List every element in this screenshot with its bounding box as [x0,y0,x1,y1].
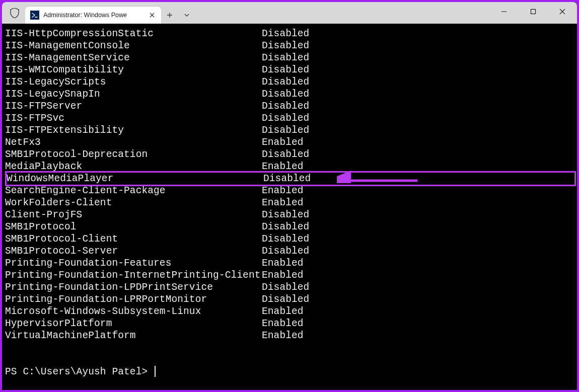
maximize-button[interactable] [519,2,548,21]
titlebar: Administrator: Windows Powe [2,2,577,24]
feature-row: VirtualMachinePlatformEnabled [5,330,576,342]
feature-row: SMB1Protocol-ClientDisabled [5,233,576,245]
feature-row: Printing-Foundation-LPRPortMonitorDisabl… [5,293,576,305]
terminal-output[interactable]: IIS-HttpCompressionStaticDisabledIIS-Man… [2,24,577,390]
feature-name: SMB1Protocol-Server [5,245,262,257]
feature-row: IIS-LegacyScriptsDisabled [5,76,576,88]
feature-row: SMB1ProtocolDisabled [5,221,576,233]
feature-row: IIS-LegacySnapInDisabled [5,88,576,100]
feature-name: VirtualMachinePlatform [5,330,262,342]
feature-row: Printing-Foundation-LPDPrintServiceDisab… [5,281,576,293]
feature-row: IIS-ManagementServiceDisabled [5,52,576,64]
feature-name: IIS-LegacyScripts [5,76,262,88]
feature-row: Printing-Foundation-InternetPrinting-Cli… [5,269,576,281]
tab-close-button[interactable] [147,10,157,20]
feature-state: Disabled [262,76,309,88]
feature-row: SMB1Protocol-ServerDisabled [5,245,576,257]
feature-name: IIS-HttpCompressionStatic [5,28,262,40]
feature-row: NetFx3Enabled [5,136,576,148]
feature-state: Disabled [262,28,309,40]
feature-row: Printing-Foundation-FeaturesEnabled [5,257,576,269]
feature-state: Disabled [262,124,309,136]
feature-name: IIS-ManagementService [5,52,262,64]
feature-name: NetFx3 [5,136,262,148]
feature-state: Enabled [262,330,304,342]
feature-state: Enabled [262,318,304,330]
arrow-annotation-icon [337,153,422,183]
feature-name: SearchEngine-Client-Package [5,185,262,197]
powershell-icon [30,11,39,20]
terminal-window: Administrator: Windows Powe IIS-HttpComp… [2,2,577,390]
feature-row: WindowsMediaPlayerDisabled [5,171,576,186]
close-window-button[interactable] [548,2,577,21]
feature-state: Enabled [262,136,304,148]
prompt-text: PS C:\Users\Ayush Patel> [5,366,154,378]
feature-name: Printing-Foundation-Features [5,257,262,269]
feature-row: IIS-WMICompatibilityDisabled [5,64,576,76]
feature-row: IIS-HttpCompressionStaticDisabled [5,28,576,40]
feature-state: Disabled [262,52,309,64]
feature-state: Disabled [262,209,309,221]
feature-name: Printing-Foundation-LPRPortMonitor [5,293,262,305]
feature-row: HypervisorPlatformEnabled [5,318,576,330]
feature-name: SMB1Protocol [5,221,262,233]
feature-row: IIS-FTPServerDisabled [5,100,576,112]
feature-row: WorkFolders-ClientEnabled [5,197,576,209]
feature-state: Disabled [262,64,309,76]
feature-state: Enabled [262,305,304,318]
feature-name: IIS-WMICompatibility [5,64,262,76]
feature-state: Disabled [262,281,309,293]
feature-row: Microsoft-Windows-Subsystem-LinuxEnabled [5,305,576,318]
feature-row: IIS-ManagementConsoleDisabled [5,40,576,52]
feature-name: IIS-FTPExtensibility [5,124,262,136]
feature-state: Enabled [262,185,304,197]
feature-row: Client-ProjFSDisabled [5,209,576,221]
feature-state: Disabled [263,173,311,185]
tab-title: Administrator: Windows Powe [43,12,143,19]
feature-name: Printing-Foundation-InternetPrinting-Cli… [5,269,262,281]
feature-row: SMB1Protocol-DeprecationDisabled [5,148,576,161]
feature-state: Enabled [262,257,304,269]
feature-state: Disabled [262,88,309,100]
feature-state: Disabled [262,148,309,161]
feature-name: IIS-ManagementConsole [5,40,262,52]
feature-row: SearchEngine-Client-PackageEnabled [5,185,576,197]
uac-shield-icon [9,8,20,19]
feature-state: Disabled [262,245,309,257]
feature-name: WorkFolders-Client [5,197,262,209]
feature-name: IIS-LegacySnapIn [5,88,262,100]
feature-row: IIS-FTPExtensibilityDisabled [5,124,576,136]
feature-name: Printing-Foundation-LPDPrintService [5,281,262,293]
feature-name: Microsoft-Windows-Subsystem-Linux [5,305,262,318]
tab-dropdown-button[interactable] [178,7,195,24]
svg-rect-3 [531,10,536,14]
feature-state: Enabled [262,269,304,281]
feature-state: Disabled [262,293,309,305]
feature-state: Disabled [262,100,309,112]
feature-state: Disabled [262,112,309,124]
feature-name: SMB1Protocol-Deprecation [5,148,262,161]
tab-powershell[interactable]: Administrator: Windows Powe [25,7,161,24]
feature-name: Client-ProjFS [5,209,262,221]
new-tab-button[interactable] [161,7,178,24]
window-controls [489,2,577,21]
minimize-button[interactable] [489,2,519,21]
feature-name: WindowsMediaPlayer [7,173,263,185]
feature-state: Disabled [262,40,309,52]
feature-state: Enabled [262,197,304,209]
feature-name: IIS-FTPServer [5,100,262,112]
feature-name: SMB1Protocol-Client [5,233,262,245]
feature-row: IIS-FTPSvcDisabled [5,112,576,124]
feature-name: IIS-FTPSvc [5,112,262,124]
feature-name: HypervisorPlatform [5,318,262,330]
cursor-icon [155,366,156,377]
prompt-line[interactable]: PS C:\Users\Ayush Patel> [5,366,576,378]
feature-state: Disabled [262,221,309,233]
feature-state: Disabled [262,233,309,245]
